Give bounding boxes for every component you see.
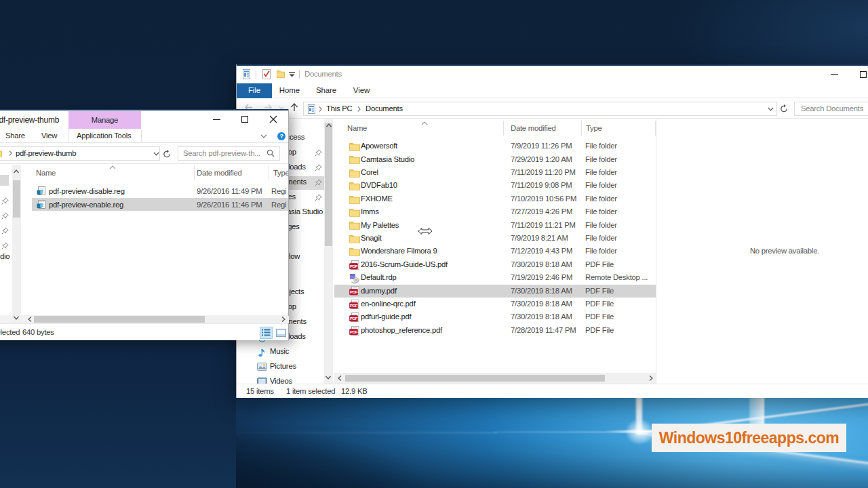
svg-text:PDF: PDF	[350, 330, 358, 334]
svg-text:PDF: PDF	[350, 290, 358, 294]
svg-text:PDF: PDF	[350, 304, 358, 308]
svg-text:PDF: PDF	[350, 317, 358, 321]
svg-text:PDF: PDF	[350, 264, 358, 268]
